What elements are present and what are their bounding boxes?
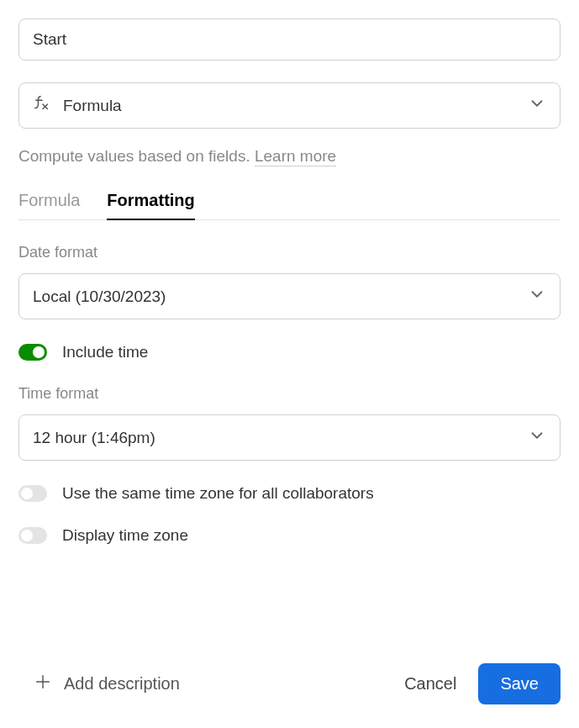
add-description-label: Add description [64, 674, 180, 694]
add-description-button[interactable]: Add description [18, 673, 180, 695]
time-format-select[interactable]: 12 hour (1:46pm) [18, 414, 561, 461]
plus-icon [34, 673, 52, 695]
description-text: Compute values based on fields. [18, 147, 250, 165]
save-button[interactable]: Save [478, 663, 561, 704]
config-tabs: Formula Formatting [18, 191, 561, 220]
field-type-select-content: Formula [33, 94, 122, 117]
same-timezone-toggle[interactable] [18, 485, 47, 502]
display-timezone-toggle[interactable] [18, 527, 47, 544]
footer: Add description Cancel Save [18, 663, 561, 704]
learn-more-link[interactable]: Learn more [255, 147, 336, 166]
time-format-value: 12 hour (1:46pm) [33, 429, 155, 447]
tab-formula[interactable]: Formula [18, 191, 80, 220]
field-type-description: Compute values based on fields. Learn mo… [18, 147, 561, 166]
toggle-knob [33, 346, 45, 358]
toggle-knob [21, 530, 33, 541]
field-type-label: Formula [63, 97, 122, 115]
same-timezone-label: Use the same time zone for all collabora… [62, 484, 374, 503]
footer-actions: Cancel Save [404, 663, 561, 704]
chevron-down-icon [528, 426, 546, 449]
toggle-knob [21, 488, 33, 499]
include-time-toggle[interactable] [18, 344, 47, 361]
field-type-select[interactable]: Formula [18, 82, 561, 129]
field-name-input[interactable] [18, 18, 561, 61]
include-time-label: Include time [62, 343, 148, 361]
cancel-button[interactable]: Cancel [404, 674, 456, 694]
chevron-down-icon [528, 285, 546, 308]
date-format-value: Local (10/30/2023) [33, 288, 166, 306]
formula-icon [33, 94, 51, 117]
date-format-select[interactable]: Local (10/30/2023) [18, 273, 561, 319]
time-format-label: Time format [18, 385, 561, 403]
date-format-label: Date format [18, 244, 561, 261]
chevron-down-icon [528, 94, 546, 117]
display-timezone-label: Display time zone [62, 526, 188, 545]
tab-formatting[interactable]: Formatting [107, 191, 194, 220]
